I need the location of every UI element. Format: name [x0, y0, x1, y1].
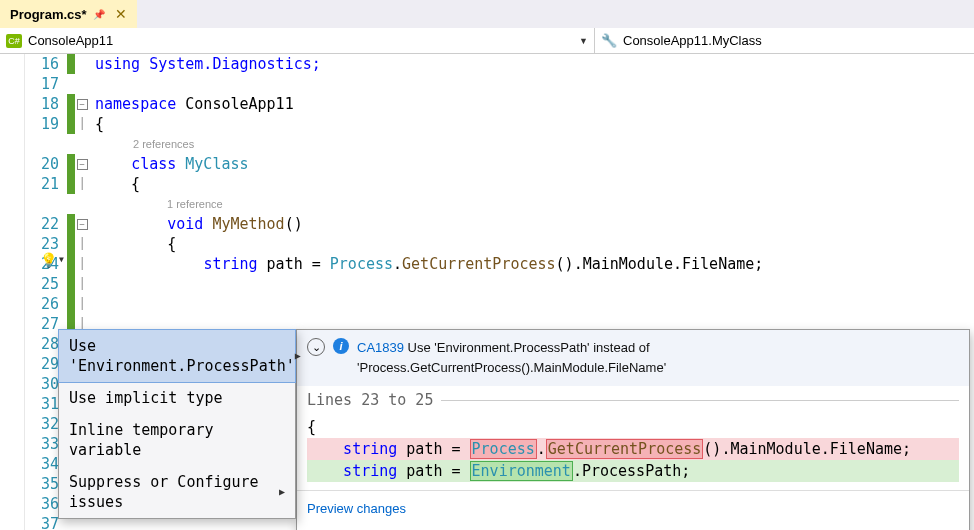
quickfix-item-inline-var[interactable]: Inline temporary variable [59, 414, 295, 466]
diagnostic-message: CA1839 Use 'Environment.ProcessPath' ins… [357, 338, 959, 378]
quickfix-preview: ⌄ i CA1839 Use 'Environment.ProcessPath'… [296, 329, 970, 530]
tab-title: Program.cs* [10, 7, 87, 22]
preview-header: ⌄ i CA1839 Use 'Environment.ProcessPath'… [297, 330, 969, 386]
navigation-bar: C# ConsoleApp11 ▼ 🔧 ConsoleApp11.MyClass [0, 28, 974, 54]
nav-type-label: ConsoleApp11.MyClass [623, 33, 762, 48]
tab-bar: Program.cs* 📌 ✕ [0, 0, 974, 28]
diff-added-line: string path = Environment.ProcessPath; [307, 460, 959, 482]
pin-icon[interactable]: 📌 [93, 9, 105, 20]
submenu-arrow-icon: ▶ [279, 482, 285, 502]
chevron-down-icon: ▼ [59, 250, 64, 270]
quickfix-menu: Use 'Environment.ProcessPath' ▶ Use impl… [58, 329, 296, 519]
close-icon[interactable]: ✕ [115, 6, 127, 22]
diff-context: { [307, 416, 959, 438]
submenu-arrow-icon: ▶ [295, 346, 301, 366]
fold-toggle[interactable]: − [77, 159, 88, 170]
lightbulb-button[interactable]: 💡 ▼ [40, 251, 72, 269]
class-icon: 🔧 [601, 33, 617, 48]
file-tab[interactable]: Program.cs* 📌 ✕ [0, 0, 137, 28]
preview-changes-link[interactable]: Preview changes [307, 501, 406, 516]
quickfix-item-implicit-type[interactable]: Use implicit type [59, 382, 295, 414]
code-editor[interactable]: 1617181920212223242526272829303132333435… [0, 54, 974, 530]
diff-range-label: Lines 23 to 25 [307, 390, 433, 410]
selection-margin [0, 54, 25, 530]
rule-link[interactable]: CA1839 [357, 340, 404, 355]
nav-scope-label: ConsoleApp11 [28, 33, 113, 48]
diff-view: Lines 23 to 25 { string path = Process.G… [297, 386, 969, 490]
nav-type-dropdown[interactable]: 🔧 ConsoleApp11.MyClass [595, 28, 974, 53]
fold-toggle[interactable]: − [77, 219, 88, 230]
quickfix-item-use-environment[interactable]: Use 'Environment.ProcessPath' ▶ [58, 329, 296, 383]
fold-toggle[interactable]: − [77, 99, 88, 110]
codelens[interactable]: 2 references [95, 134, 974, 154]
diff-removed-line: string path = Process.GetCurrentProcess(… [307, 438, 959, 460]
preview-footer: Preview changes | Document | Project | S… [297, 490, 969, 530]
info-icon: i [333, 338, 349, 354]
lightbulb-icon: 💡 [40, 250, 57, 270]
nav-scope-dropdown[interactable]: C# ConsoleApp11 ▼ [0, 28, 595, 53]
quickfix-item-suppress[interactable]: Suppress or Configure issues ▶ [59, 466, 295, 518]
codelens[interactable]: 1 reference [95, 194, 974, 214]
collapse-toggle[interactable]: ⌄ [307, 338, 325, 356]
csharp-project-icon: C# [6, 34, 22, 48]
chevron-down-icon: ▼ [579, 36, 588, 46]
